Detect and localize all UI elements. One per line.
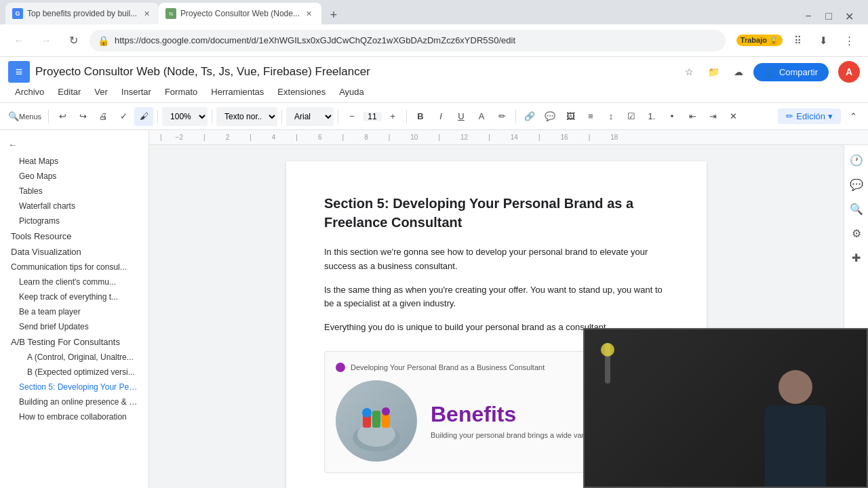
zoom-select[interactable]: 100% 90% 75% (162, 107, 208, 126)
cloud-button[interactable]: ☁ (729, 62, 748, 81)
extensions-button[interactable]: ⠿ (787, 30, 808, 52)
video-content (585, 329, 867, 487)
video-overlay (583, 328, 868, 488)
checklist-button[interactable]: ☑ (622, 107, 641, 126)
menu-archivo[interactable]: Archivo (8, 84, 51, 100)
doc-para-2[interactable]: Is the same thing as when you're creatin… (324, 283, 669, 312)
spell-check-button[interactable]: ✓ (114, 107, 133, 126)
align-button[interactable]: ≡ (581, 107, 600, 126)
font-size-plus-button[interactable]: + (383, 107, 402, 126)
edicion-chevron-icon: ▾ (828, 111, 833, 121)
sidebar-item-ab-a[interactable]: A (Control, Original, Unaltre... (0, 350, 149, 365)
sidebar-item-send-updates[interactable]: Send brief Updates (0, 319, 149, 334)
smart-compose-button[interactable]: ⚙ (847, 224, 866, 243)
undo-button[interactable]: ↩ (53, 107, 72, 126)
new-tab-button[interactable]: + (324, 5, 343, 24)
trabajo-badge: Trabajo 🔒 (736, 35, 783, 46)
font-select[interactable]: Arial (286, 107, 334, 126)
tab-1[interactable]: G Top benefits provided by buil... ✕ (5, 3, 159, 24)
sidebar-item-data-viz[interactable]: Data Visualization (0, 244, 149, 260)
docs-toolbar: 🔍 Menus ↩ ↪ 🖨 ✓ 🖌 100% 90% 75% Texto nor… (0, 103, 868, 130)
folder-button[interactable]: 📁 (705, 62, 724, 81)
menu-insertar[interactable]: Insertar (115, 84, 158, 100)
text-color-button[interactable]: A (472, 107, 491, 126)
format-clear-button[interactable]: ✕ (724, 107, 743, 126)
add-panel-button[interactable]: ✚ (847, 248, 866, 267)
comments-panel-button[interactable]: 💬 (847, 175, 866, 194)
settings-button[interactable]: ⋮ (838, 30, 860, 52)
menu-editar[interactable]: Editar (51, 84, 87, 100)
sidebar-item-embrace-collab[interactable]: How to embrace collaboration (0, 409, 149, 424)
chat-button[interactable]: 🔍 (847, 199, 866, 218)
line-spacing-button[interactable]: ↕ (601, 107, 620, 126)
download-button[interactable]: ⬇ (812, 30, 834, 52)
sidebar-item-comm-tips[interactable]: Communication tips for consul... (0, 260, 149, 274)
tab-2[interactable]: N Proyecto Consultor Web (Node... ✕ (159, 3, 321, 24)
sidebar-item-be-team-player[interactable]: Be a team player (0, 304, 149, 319)
tabs-bar: G Top benefits provided by buil... ✕ N P… (0, 0, 868, 24)
indent-more-button[interactable]: ⇥ (703, 107, 722, 126)
sidebar-back-button[interactable]: ← (0, 136, 149, 154)
print-button[interactable]: 🖨 (94, 107, 113, 126)
menu-extensiones[interactable]: Extensiones (271, 84, 332, 100)
tab-favicon-1: G (12, 8, 23, 19)
underline-button[interactable]: U (452, 107, 471, 126)
sidebar-item-ab-b[interactable]: B (Expected optimized versi... (0, 365, 149, 380)
menu-formato[interactable]: Formato (158, 84, 204, 100)
sidebar-item-learn-client[interactable]: Learn the client's commu... (0, 274, 149, 289)
docs-app-icon: ≡ (8, 61, 30, 83)
docs-title: Proyecto Consultor Web (Node, Ts, Js, Vu… (35, 65, 675, 79)
num-list-button[interactable]: 1. (642, 107, 661, 126)
menu-ayuda[interactable]: Ayuda (332, 84, 371, 100)
bold-button[interactable]: B (411, 107, 430, 126)
history-button[interactable]: 🕐 (847, 150, 866, 169)
docs-title-row: ≡ Proyecto Consultor Web (Node, Ts, Js, … (8, 61, 860, 83)
star-button[interactable]: ☆ (680, 62, 699, 81)
comment-button[interactable]: 💬 (540, 107, 559, 126)
share-button[interactable]: 👤 Compartir (753, 63, 829, 81)
bullet-list-button[interactable]: • (663, 107, 682, 126)
forward-button[interactable]: → (35, 30, 57, 52)
tab-close-1[interactable]: ✕ (141, 8, 152, 19)
address-input[interactable] (115, 35, 717, 45)
font-size-minus-button[interactable]: − (342, 107, 361, 126)
image-button[interactable]: 🖼 (561, 107, 580, 126)
sidebar-item-pictograms[interactable]: Pictograms (0, 214, 149, 228)
menu-ver[interactable]: Ver (87, 84, 115, 100)
sidebar-item-waterfall[interactable]: Waterfall charts (0, 199, 149, 214)
search-menus-button[interactable]: 🔍 Menus (5, 107, 44, 126)
paint-format-button[interactable]: 🖌 (134, 107, 153, 126)
redo-button[interactable]: ↪ (73, 107, 92, 126)
address-input-wrap[interactable]: 🔒 (90, 30, 726, 52)
maximize-button[interactable]: □ (821, 8, 837, 24)
sidebar-item-section5[interactable]: Section 5: Developing Your Perso... (0, 380, 149, 394)
close-button[interactable]: ✕ (841, 8, 857, 24)
indent-less-button[interactable]: ⇤ (683, 107, 702, 126)
sidebar-item-tools-resource[interactable]: Tools Resource (0, 228, 149, 244)
user-avatar[interactable]: A (838, 61, 860, 83)
divider-3 (212, 110, 212, 123)
highlight-button[interactable]: ✏ (492, 107, 511, 126)
sidebar-item-tables[interactable]: Tables (0, 184, 149, 199)
font-size-input[interactable] (363, 112, 382, 121)
italic-button[interactable]: I (431, 107, 450, 126)
tab-close-2[interactable]: ✕ (304, 8, 315, 19)
sidebar-item-ab-testing[interactable]: A/B Testing For Consultants (0, 334, 149, 350)
style-select[interactable]: Texto nor... (216, 107, 277, 126)
sidebar-item-keep-track[interactable]: Keep track of everything t... (0, 289, 149, 304)
sidebar-item-geo-maps[interactable]: Geo Maps (0, 169, 149, 184)
tab-title-1: Top benefits provided by buil... (27, 9, 137, 18)
link-button[interactable]: 🔗 (520, 107, 539, 126)
share-icon: 👤 (764, 67, 775, 77)
edicion-button[interactable]: ✏ Edición ▾ (778, 108, 841, 124)
doc-para-1[interactable]: In this section we're gonna see how to d… (324, 245, 669, 274)
sidebar-item-building-online[interactable]: Building an online presence & pro... (0, 394, 149, 409)
expand-toolbar-button[interactable]: ⌃ (844, 107, 863, 126)
menu-herramientas[interactable]: Herramientas (204, 84, 271, 100)
doc-heading: Section 5: Developing Your Personal Bran… (324, 194, 669, 232)
tab-title-2: Proyecto Consultor Web (Node... (180, 9, 300, 18)
back-button[interactable]: ← (8, 30, 30, 52)
refresh-button[interactable]: ↻ (62, 30, 84, 52)
minimize-button[interactable]: − (800, 8, 816, 24)
sidebar-item-heat-maps[interactable]: Heat Maps (0, 154, 149, 169)
